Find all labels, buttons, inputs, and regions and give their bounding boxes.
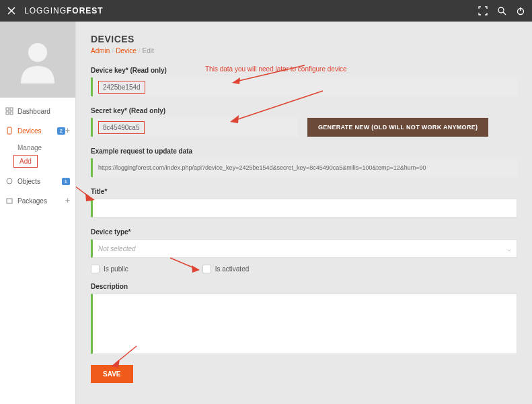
sidebar-item-devices[interactable]: Devices 2 +	[0, 121, 75, 141]
badge: 1	[62, 178, 70, 185]
svg-point-8	[7, 178, 12, 184]
breadcrumb-admin[interactable]: Admin	[91, 47, 110, 55]
grid-icon	[5, 107, 13, 115]
example-request-field: https://loggingforest.com/index.php/api?…	[91, 158, 517, 177]
secret-key-field: 8c45490ca5	[91, 118, 298, 137]
title-field[interactable]	[91, 199, 517, 217]
example-request-value: https://loggingforest.com/index.php/api?…	[98, 164, 426, 171]
svg-point-2	[28, 43, 47, 62]
checkbox-icon	[202, 265, 211, 273]
sidebar: Dashboard Devices 2 + Manage Add Objects…	[0, 22, 76, 404]
svg-rect-6	[10, 112, 13, 114]
brand-logo: LOGGINGFOREST	[24, 6, 104, 15]
device-type-label: Device type*	[91, 228, 517, 236]
breadcrumb: Admin/Device/Edit	[91, 47, 517, 55]
search-icon[interactable]	[497, 6, 506, 15]
svg-point-0	[498, 7, 504, 13]
device-key-value: 2425be154d	[98, 81, 145, 94]
generate-new-button[interactable]: GENERATE NEW (OLD WILL NOT WORK ANYMORE)	[307, 118, 488, 137]
sidebar-item-label: Devices	[17, 127, 54, 135]
svg-rect-9	[7, 199, 12, 203]
sidebar-item-packages[interactable]: Packages +	[0, 191, 75, 211]
svg-rect-5	[6, 112, 9, 114]
close-icon[interactable]	[7, 6, 16, 15]
secret-key-value: 8c45490ca5	[98, 121, 145, 134]
description-textarea[interactable]	[98, 298, 511, 354]
main-content: DEVICES Admin/Device/Edit Device key* (R…	[76, 22, 532, 404]
topbar: LOGGINGFOREST	[0, 0, 532, 22]
packages-icon	[5, 197, 13, 205]
is-public-label: Is public	[104, 265, 128, 273]
sidebar-subitem-manage[interactable]: Manage	[0, 141, 75, 155]
device-type-select[interactable]: Not selected ⌵	[91, 239, 517, 258]
page-title: DEVICES	[91, 34, 517, 44]
power-icon[interactable]	[516, 6, 525, 15]
example-request-label: Example request to update data	[91, 147, 517, 155]
sidebar-subitem-add[interactable]: Add	[13, 155, 38, 168]
title-input[interactable]	[98, 205, 511, 212]
secret-key-label: Secret key* (Read only)	[91, 107, 517, 114]
svg-line-14	[76, 149, 91, 198]
svg-rect-7	[7, 127, 11, 134]
device-icon	[5, 127, 13, 135]
avatar	[0, 22, 75, 98]
sidebar-item-label: Packages	[17, 197, 65, 205]
objects-icon	[5, 177, 13, 185]
svg-line-16	[170, 258, 196, 269]
device-key-field: 2425be154d	[91, 77, 517, 96]
sidebar-item-label: Dashboard	[17, 108, 70, 115]
save-button[interactable]: SAVE	[91, 365, 133, 383]
svg-rect-3	[6, 108, 9, 110]
svg-rect-4	[10, 108, 13, 110]
svg-marker-17	[192, 265, 200, 273]
plus-icon[interactable]: +	[65, 126, 70, 135]
title-label: Title*	[91, 188, 517, 195]
breadcrumb-edit: Edit	[143, 47, 154, 55]
arrow-annotation	[169, 257, 202, 274]
description-field[interactable]	[91, 294, 517, 354]
fullscreen-icon[interactable]	[478, 6, 488, 15]
badge: 2	[57, 127, 65, 135]
description-label: Description	[91, 283, 517, 290]
is-public-checkbox[interactable]: Is public	[91, 265, 128, 273]
plus-icon[interactable]: +	[65, 196, 70, 205]
sidebar-item-label: Objects	[17, 178, 59, 185]
sidebar-item-objects[interactable]: Objects 1	[0, 172, 75, 191]
checkbox-icon	[91, 265, 100, 273]
chevron-down-icon: ⌵	[507, 245, 511, 252]
is-activated-label: Is activated	[215, 265, 250, 273]
device-type-value: Not selected	[98, 245, 507, 252]
hint-text: This data you will need later to configu…	[205, 65, 347, 73]
is-activated-checkbox[interactable]: Is activated	[202, 265, 250, 273]
breadcrumb-device[interactable]: Device	[116, 47, 137, 55]
sidebar-item-dashboard[interactable]: Dashboard	[0, 102, 75, 121]
